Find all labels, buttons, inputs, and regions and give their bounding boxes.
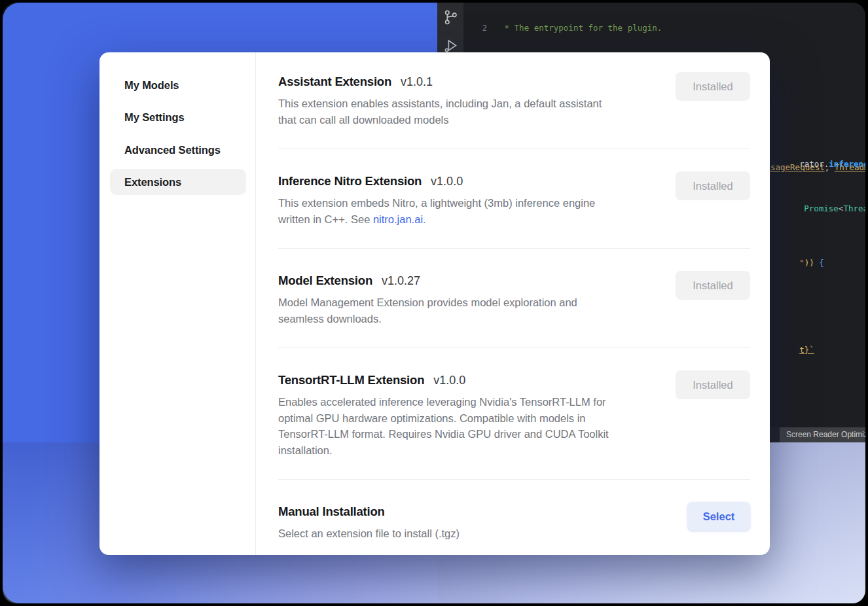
line-number: 2 xyxy=(463,23,487,33)
code-fragment-template: t}` xyxy=(770,335,814,365)
extension-row-tensorrt-llm: TensortRT-LLM Extension v1.0.0 Enables a… xyxy=(278,348,750,480)
extension-row-model: Model Extension v1.0.27 Model Management… xyxy=(278,249,750,348)
nitro-jan-ai-link[interactable]: nitro.jan.ai xyxy=(373,213,423,225)
installed-button[interactable]: Installed xyxy=(676,370,750,399)
app-window: 2 * The entrypoint for the plugin. 3 */ … xyxy=(3,3,865,603)
code-line: 2 * The entrypoint for the plugin. xyxy=(463,23,865,33)
sidebar-item-extensions[interactable]: Extensions xyxy=(110,169,246,195)
extension-row-assistant: Assistant Extension v1.0.1 This extensio… xyxy=(278,52,750,149)
extension-name: Model Extension xyxy=(278,272,372,289)
extensions-list: Assistant Extension v1.0.1 This extensio… xyxy=(256,52,770,555)
settings-modal: My Models My Settings Advanced Settings … xyxy=(99,52,770,555)
extension-description: This extension enables assistants, inclu… xyxy=(278,96,602,128)
installed-button[interactable]: Installed xyxy=(676,72,750,101)
select-button[interactable]: Select xyxy=(687,502,750,531)
sidebar-item-my-models[interactable]: My Models xyxy=(99,79,255,92)
installed-button[interactable]: Installed xyxy=(676,271,750,300)
extension-description: Select an extension file to install (.tg… xyxy=(278,526,460,542)
extension-version: v1.0.1 xyxy=(401,73,433,90)
extension-description: This extension embeds Nitro, a lightweig… xyxy=(278,195,595,227)
settings-sidebar: My Models My Settings Advanced Settings … xyxy=(99,52,256,555)
code-fragment-promise: Promise<ThreadMessage> xyxy=(774,194,865,223)
sidebar-item-advanced-settings[interactable]: Advanced Settings xyxy=(99,143,255,156)
code-fragment-condition: ")) { xyxy=(770,248,824,277)
extension-description: Enables accelerated inference leveraging… xyxy=(278,394,609,458)
extension-description: Model Management Extension provides mode… xyxy=(278,294,577,327)
extension-version: v1.0.0 xyxy=(431,173,463,190)
code-fragment-inference: rator.inference(data)); xyxy=(770,149,865,179)
run-and-debug-icon xyxy=(443,37,459,54)
extension-name: Inference Nitro Extension xyxy=(278,173,422,190)
extension-version: v1.0.0 xyxy=(433,372,465,389)
extension-version: v1.0.27 xyxy=(382,272,420,289)
extension-name: TensortRT-LLM Extension xyxy=(278,372,424,389)
screen-reader-optimized-chip: Screen Reader Optimized xyxy=(780,427,865,442)
extension-name: Manual Installation xyxy=(278,503,385,520)
installed-button[interactable]: Installed xyxy=(676,171,750,200)
extension-row-inference-nitro: Inference Nitro Extension v1.0.0 This ex… xyxy=(278,149,750,249)
source-control-icon xyxy=(443,9,459,26)
extension-row-manual-installation: Manual Installation Select an extension … xyxy=(278,480,750,555)
sidebar-item-my-settings[interactable]: My Settings xyxy=(99,111,255,124)
extension-name: Assistant Extension xyxy=(278,73,391,90)
